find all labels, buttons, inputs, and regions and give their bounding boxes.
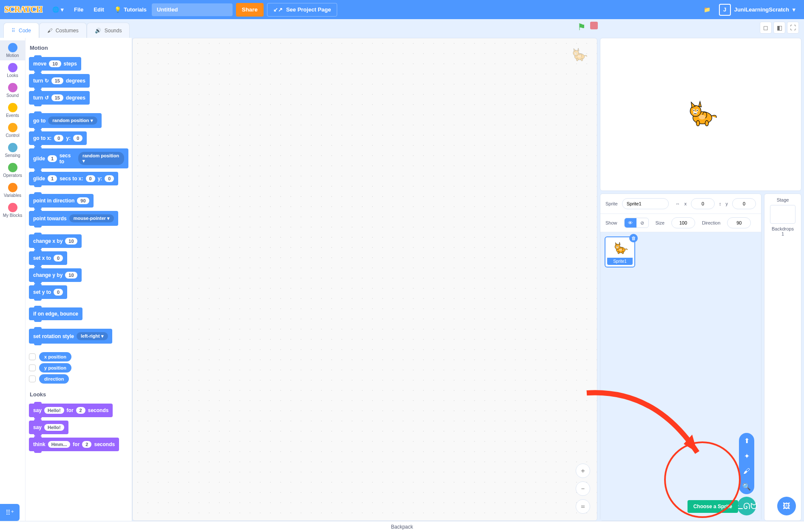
block-goto-xy[interactable]: go to x:0y:0	[29, 131, 87, 145]
sprite-x-input[interactable]	[691, 198, 715, 209]
sprite-list: 🗑 Sprite1 ⬆ ✦ 🖌 🔍 ᓚᘏᗢ Choose	[600, 232, 761, 521]
stage-large-button[interactable]: ◧	[773, 22, 785, 34]
stage-sprite-cat[interactable]	[684, 97, 718, 131]
block-point-direction[interactable]: point in direction90	[29, 194, 94, 208]
my-stuff-icon[interactable]: 📁	[699, 6, 715, 13]
upload-sprite-icon[interactable]: ⬆	[739, 433, 754, 448]
checkbox-direction[interactable]	[29, 376, 36, 382]
search-sprite-icon[interactable]: 🔍	[739, 479, 754, 494]
sprite-name-input[interactable]	[622, 198, 669, 209]
zoom-reset-button[interactable]: ＝	[576, 499, 590, 514]
sprite-y-input[interactable]	[732, 198, 756, 209]
tab-code[interactable]: ⠿ Code	[3, 23, 39, 38]
sprite-thumb-sprite1[interactable]: 🗑 Sprite1	[605, 236, 635, 267]
reporter-direction[interactable]: direction	[39, 374, 69, 384]
tutorials-button[interactable]: 💡 Tutorials	[109, 0, 152, 19]
block-rotation-style[interactable]: set rotation styleleft-right ▾	[29, 329, 112, 344]
sprite-label: Sprite	[605, 201, 618, 206]
block-if-edge-bounce[interactable]: if on edge, bounce	[29, 307, 82, 320]
main-area: MotionLooksSoundEventsControlSensingOper…	[0, 38, 804, 521]
sprite-info-row2: Show 👁 ⊘ Size Direction	[600, 214, 761, 232]
category-operators[interactable]: Operators	[0, 160, 25, 180]
sprite-watermark-icon	[570, 46, 588, 64]
show-label: Show	[605, 220, 617, 225]
backpack-bar[interactable]: Backpack	[0, 521, 804, 532]
account-menu[interactable]: J JuniLearningScratch ▾	[715, 4, 800, 16]
block-point-towards[interactable]: point towardsmouse-pointer ▾	[29, 211, 118, 226]
block-change-x[interactable]: change x by10	[29, 234, 82, 248]
code-icon: ⠿	[11, 28, 15, 34]
stage[interactable]	[600, 38, 801, 191]
username-label: JuniLearningScratch	[734, 6, 789, 13]
category-my-blocks[interactable]: My Blocks	[0, 200, 25, 220]
annotation-arrow	[578, 384, 714, 469]
stop-icon[interactable]	[590, 22, 598, 29]
block-glide-xy[interactable]: glide1secs to x:0y:0	[29, 172, 118, 185]
checkbox-x-position[interactable]	[29, 353, 36, 360]
add-sprite-menu: ⬆ ✦ 🖌 🔍 ᓚᘏᗢ	[737, 433, 756, 515]
x-icon: ↔	[676, 201, 680, 206]
scratch-logo[interactable]: SCRATCH	[4, 5, 42, 14]
size-label: Size	[656, 220, 665, 225]
choose-backdrop-button[interactable]: 🖼	[777, 497, 796, 515]
visibility-toggle[interactable]: 👁 ⊘	[624, 218, 649, 228]
block-glide-menu[interactable]: glide1secs torandom position ▾	[29, 148, 128, 168]
sprite-direction-input[interactable]	[727, 217, 751, 228]
stage-selector[interactable]: Stage Backdrops 1 🖼	[764, 193, 801, 521]
project-title-input[interactable]	[152, 3, 233, 16]
stage-thumbnail[interactable]	[770, 205, 795, 224]
reporter-x-position[interactable]: x position	[39, 352, 71, 361]
zoom-in-button[interactable]: ＋	[576, 464, 590, 478]
category-sound[interactable]: Sound	[0, 80, 25, 100]
backdrops-count: 1	[766, 231, 799, 236]
tab-sounds[interactable]: 🔊 Sounds	[87, 23, 130, 38]
block-change-y[interactable]: change y by10	[29, 268, 82, 282]
show-icon[interactable]: 👁	[625, 218, 636, 228]
choose-sprite-button[interactable]: ᓚᘏᗢ	[737, 497, 756, 515]
block-goto-menu[interactable]: go torandom position ▾	[29, 113, 102, 128]
block-say-seconds[interactable]: sayHello!for2seconds	[29, 404, 113, 417]
reporter-y-position[interactable]: y position	[39, 363, 71, 373]
add-extension-button[interactable]: ⠿⁺	[0, 504, 20, 521]
category-control[interactable]: Control	[0, 120, 25, 140]
tab-costumes[interactable]: 🖌 Costumes	[39, 23, 87, 38]
category-sensing[interactable]: Sensing	[0, 140, 25, 160]
share-button[interactable]: Share	[236, 3, 264, 17]
block-set-x[interactable]: set x to0	[29, 251, 67, 265]
delete-sprite-icon[interactable]: 🗑	[629, 234, 638, 242]
green-flag-icon[interactable]: ⚑	[577, 22, 586, 33]
category-variables[interactable]: Variables	[0, 180, 25, 200]
brush-icon: 🖌	[47, 28, 52, 34]
stage-title: Stage	[766, 197, 799, 202]
block-think-seconds[interactable]: thinkHmm...for2seconds	[29, 438, 119, 451]
language-menu[interactable]: 🌐 ▾	[47, 0, 69, 19]
sprite-size-input[interactable]	[671, 217, 695, 228]
block-set-y[interactable]: set y to0	[29, 285, 67, 299]
surprise-sprite-icon[interactable]: ✦	[739, 448, 754, 464]
category-looks[interactable]: Looks	[0, 60, 25, 80]
file-menu[interactable]: File	[69, 0, 88, 19]
block-turn-ccw[interactable]: turn ↺15degrees	[29, 91, 90, 105]
image-icon: 🖼	[783, 502, 790, 511]
blocks-panel: MotionLooksSoundEventsControlSensingOper…	[0, 38, 132, 521]
y-label: y	[726, 201, 728, 206]
stage-full-button[interactable]: ⛶	[787, 22, 799, 34]
cat-face-icon: ᓚᘏᗢ	[736, 501, 758, 511]
scripts-workspace[interactable]: ＋ － ＝	[132, 38, 597, 521]
zoom-out-button[interactable]: －	[576, 481, 590, 496]
paint-sprite-icon[interactable]: 🖌	[739, 464, 754, 479]
edit-menu[interactable]: Edit	[88, 0, 109, 19]
block-move-steps[interactable]: move10steps	[29, 57, 81, 71]
menu-bar: SCRATCH 🌐 ▾ File Edit 💡 Tutorials Share …	[0, 0, 804, 19]
checkbox-y-position[interactable]	[29, 364, 36, 371]
stage-small-button[interactable]: ◻	[760, 22, 772, 34]
block-say[interactable]: sayHello!	[29, 421, 68, 434]
x-label: x	[685, 201, 687, 206]
block-palette[interactable]: Motion move10steps turn ↻15degrees turn …	[26, 38, 132, 521]
block-turn-cw[interactable]: turn ↻15degrees	[29, 74, 90, 88]
tab-code-label: Code	[19, 28, 31, 34]
category-events[interactable]: Events	[0, 100, 25, 120]
hide-icon[interactable]: ⊘	[636, 218, 648, 228]
see-project-page-button[interactable]: ↙↗ See Project Page	[267, 3, 338, 17]
category-motion[interactable]: Motion	[0, 40, 25, 60]
